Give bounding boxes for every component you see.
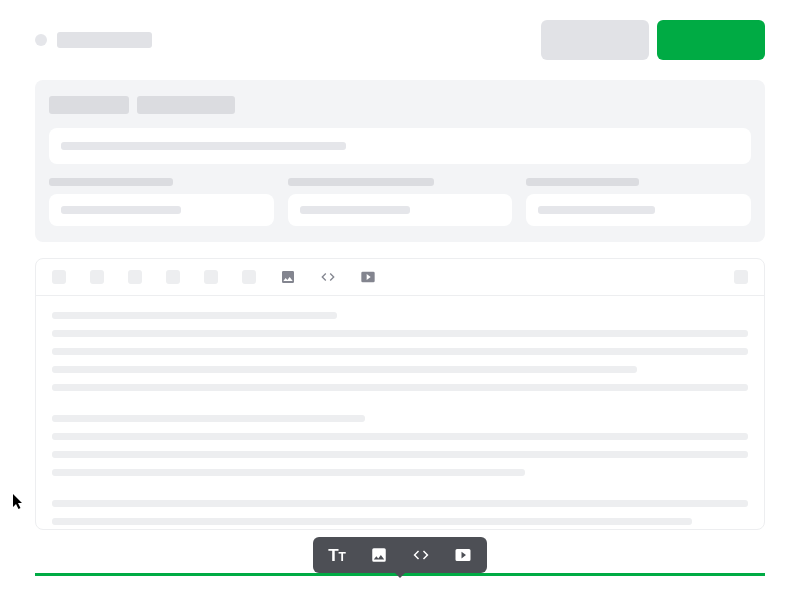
field-3: [526, 178, 751, 226]
tab-1[interactable]: [49, 96, 129, 114]
field-2-value: [300, 206, 410, 214]
header: [35, 20, 765, 60]
editor-toolbar: [36, 259, 764, 296]
text-line: [52, 518, 692, 525]
title-input-value: [61, 142, 346, 150]
insert-image-button[interactable]: [369, 545, 389, 565]
text-line: [52, 500, 748, 507]
image-icon: [370, 546, 388, 564]
text-line: [52, 433, 748, 440]
code-icon: [412, 546, 430, 564]
fields-row: [49, 178, 751, 226]
text-line: [52, 384, 748, 391]
field-1-input[interactable]: [49, 194, 274, 226]
editor-panel: [35, 258, 765, 530]
text-line: [52, 469, 525, 476]
field-2-input[interactable]: [288, 194, 513, 226]
paragraph-3: [52, 500, 748, 525]
tabs: [49, 96, 751, 114]
title-input[interactable]: [49, 128, 751, 164]
field-1-label: [49, 178, 173, 186]
toolbar-more[interactable]: [734, 270, 748, 284]
paragraph-2: [52, 415, 748, 476]
floating-toolbar: TT: [313, 537, 487, 573]
paragraph-1: [52, 312, 748, 391]
toolbar-btn-1[interactable]: [52, 270, 66, 284]
text-line: [52, 348, 748, 355]
metadata-panel: [35, 80, 765, 242]
primary-button[interactable]: [657, 20, 765, 60]
field-2-label: [288, 178, 434, 186]
toolbar-btn-3[interactable]: [128, 270, 142, 284]
text-line: [52, 312, 337, 319]
toolbar-btn-2[interactable]: [90, 270, 104, 284]
editor-body[interactable]: [36, 296, 764, 529]
tab-2[interactable]: [137, 96, 235, 114]
text-line: [52, 451, 748, 458]
toolbar-btn-5[interactable]: [204, 270, 218, 284]
header-actions: [541, 20, 765, 60]
insert-code-button[interactable]: [411, 545, 431, 565]
text-icon: TT: [328, 547, 346, 564]
field-1: [49, 178, 274, 226]
field-3-label: [526, 178, 638, 186]
avatar: [35, 34, 47, 46]
video-icon: [454, 546, 472, 564]
toolbar-btn-4[interactable]: [166, 270, 180, 284]
text-line: [52, 330, 748, 337]
image-icon[interactable]: [280, 269, 296, 285]
text-line: [52, 366, 637, 373]
toolbar-left: [52, 269, 376, 285]
header-left: [35, 32, 152, 48]
video-icon[interactable]: [360, 269, 376, 285]
code-icon[interactable]: [320, 269, 336, 285]
field-1-value: [61, 206, 181, 214]
field-3-input[interactable]: [526, 194, 751, 226]
field-2: [288, 178, 513, 226]
toolbar-btn-6[interactable]: [242, 270, 256, 284]
insert-video-button[interactable]: [453, 545, 473, 565]
insert-text-button[interactable]: TT: [327, 545, 347, 565]
field-3-value: [538, 206, 654, 214]
text-line: [52, 415, 365, 422]
secondary-button[interactable]: [541, 20, 649, 60]
page-title: [57, 32, 152, 48]
